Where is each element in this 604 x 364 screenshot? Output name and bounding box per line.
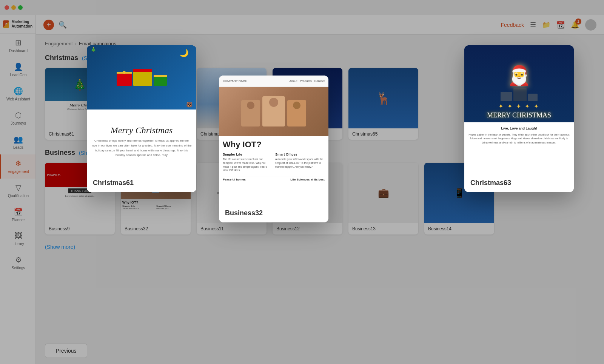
title-bar <box>0 0 604 15</box>
business13-name: Business13 <box>348 223 418 234</box>
lead-gen-icon: 👤 <box>14 62 23 71</box>
top-bar-left: + 🔍 <box>43 20 67 30</box>
business14-thumb: 📱 <box>424 163 494 223</box>
breadcrumb-separator: › <box>75 41 77 46</box>
business12-card[interactable]: 📊 Business12 <box>273 163 342 234</box>
business-template-grid: HIGHFY. THANK YOU! Lorem ipsum dolor sit… <box>45 163 595 234</box>
dashboard-icon: ⊞ <box>15 38 22 47</box>
business9-name: Business9 <box>45 223 115 234</box>
previous-button[interactable]: Previous <box>45 344 87 358</box>
sidebar-item-dashboard[interactable]: ⊞ Dashboard <box>0 34 35 58</box>
business32-name: Business32 <box>121 223 191 234</box>
new-badge-business14: NEW <box>479 166 491 171</box>
breadcrumb-current: Email campaigns <box>79 41 116 46</box>
christmas63-name: Christmas63 <box>197 128 267 140</box>
business9-card[interactable]: HIGHFY. THANK YOU! Lorem ipsum dolor sit… <box>45 163 115 234</box>
christmas65-card[interactable]: 🦌 Christmas65 <box>348 68 418 140</box>
planner-icon: 📅 <box>14 207 23 216</box>
christmas64-thumb: 🎁 <box>273 68 342 128</box>
app-title: Marketing Automation <box>11 20 32 29</box>
business11-name: Business11 <box>197 223 267 234</box>
business-section-header: Business (Show more) <box>45 149 595 157</box>
sidebar-item-journeys[interactable]: ⬡ Journeys <box>0 106 35 130</box>
web-assistant-icon: 🌐 <box>14 86 23 96</box>
christmas62-name: Christmas62 <box>121 128 191 140</box>
sidebar-item-engagement[interactable]: ❄ Engagement <box>0 154 35 179</box>
top-bar-right: Feedback ☰ 📁 📆 🔔 2 <box>501 19 596 31</box>
app-container: Z Marketing Automation ⊞ Dashboard 👤 Lea… <box>0 15 604 364</box>
christmas62-thumb: 🎅 <box>121 68 191 128</box>
christmas61-thumb: 🎄 Merry Chr... Christmas brings family..… <box>45 68 115 128</box>
christmas-section-header: Christmas (Show more) <box>45 54 595 62</box>
sidebar-item-lead-gen[interactable]: 👤 Lead Gen <box>0 58 35 82</box>
feedback-link[interactable]: Feedback <box>501 22 524 28</box>
sidebar: Z Marketing Automation ⊞ Dashboard 👤 Lea… <box>0 15 36 364</box>
top-bar: + 🔍 Feedback ☰ 📁 📆 🔔 2 <box>36 15 604 35</box>
business32-thumb: COMPANY NAMEAbout Products Contact 👩‍💼 W… <box>121 163 191 223</box>
notification-badge: 2 <box>575 19 581 25</box>
breadcrumb-parent[interactable]: Engagement <box>45 41 73 46</box>
business-section-title: Business <box>45 149 75 157</box>
main-content: Engagement › Email campaigns Christmas (… <box>36 35 604 338</box>
christmas65-name: Christmas65 <box>348 128 418 140</box>
calendar-icon[interactable]: 📆 <box>556 21 565 29</box>
business14-name: Business14 <box>424 223 494 234</box>
business32-card[interactable]: COMPANY NAMEAbout Products Contact 👩‍💼 W… <box>121 163 191 234</box>
user-avatar[interactable] <box>585 19 596 31</box>
minimize-dot[interactable] <box>11 5 16 10</box>
business12-name: Business12 <box>273 223 342 234</box>
sidebar-item-web-assistant[interactable]: 🌐 Web Assistant <box>0 82 35 106</box>
sidebar-item-qualification[interactable]: ▽ Qualification <box>0 179 35 203</box>
leads-icon: 👥 <box>14 135 23 144</box>
business-bottom-show-more-link[interactable]: (Show more) <box>45 244 75 250</box>
business-bottom-show-more: (Show more) <box>45 244 595 250</box>
sidebar-item-settings[interactable]: ⚙ Settings <box>0 251 35 275</box>
search-button[interactable]: 🔍 <box>59 21 67 29</box>
library-icon: 🖼 <box>15 231 22 240</box>
sidebar-item-planner[interactable]: 📅 Planner <box>0 203 35 227</box>
folder-icon[interactable]: 📁 <box>542 21 550 29</box>
christmas63-card[interactable]: 🎄 Christmas63 <box>197 68 267 140</box>
christmas-template-grid: 🎄 Merry Chr... Christmas brings family..… <box>45 68 595 140</box>
sidebar-item-library[interactable]: 🖼 Library <box>0 227 35 251</box>
window-controls <box>5 5 23 10</box>
christmas63-thumb: 🎄 <box>197 68 267 128</box>
settings-icon: ⚙ <box>15 255 22 264</box>
business-show-more[interactable]: (Show more) <box>79 150 109 156</box>
zoho-logo-icon: Z <box>3 20 9 28</box>
engagement-icon: ❄ <box>15 159 22 168</box>
sidebar-item-leads[interactable]: 👥 Leads <box>0 130 35 154</box>
bottom-bar: Previous <box>36 338 604 364</box>
christmas-show-more[interactable]: (Show more) <box>82 55 112 61</box>
christmas65-thumb: 🦌 <box>348 68 418 128</box>
app-logo: Z Marketing Automation <box>0 15 35 34</box>
christmas61-name: Christmas61 <box>45 128 115 140</box>
business14-card[interactable]: 📱 NEW Business14 <box>424 163 494 234</box>
add-button[interactable]: + <box>43 20 54 30</box>
business11-card[interactable]: Business template content... Business11 <box>197 163 267 234</box>
business13-card[interactable]: 💼 Business13 <box>348 163 418 234</box>
close-dot[interactable] <box>5 5 9 10</box>
maximize-dot[interactable] <box>18 5 23 10</box>
christmas61-card[interactable]: 🎄 Merry Chr... Christmas brings family..… <box>45 68 115 140</box>
qualification-icon: ▽ <box>15 183 21 192</box>
journeys-icon: ⬡ <box>15 111 22 120</box>
christmas62-card[interactable]: 🎅 Christmas62 <box>121 68 191 140</box>
business9-thumb: HIGHFY. THANK YOU! Lorem ipsum dolor sit… <box>45 163 115 223</box>
christmas64-card[interactable]: 🎁 Christmas64 <box>273 68 342 140</box>
christmas-section-title: Christmas <box>45 54 78 62</box>
breadcrumb: Engagement › Email campaigns <box>45 41 595 46</box>
list-icon[interactable]: ☰ <box>530 21 536 29</box>
business12-thumb: 📊 <box>273 163 342 223</box>
christmas64-name: Christmas64 <box>273 128 342 140</box>
notification-button[interactable]: 🔔 2 <box>571 21 579 29</box>
business13-thumb: 💼 <box>348 163 418 223</box>
business11-thumb: Business template content... <box>197 163 267 223</box>
